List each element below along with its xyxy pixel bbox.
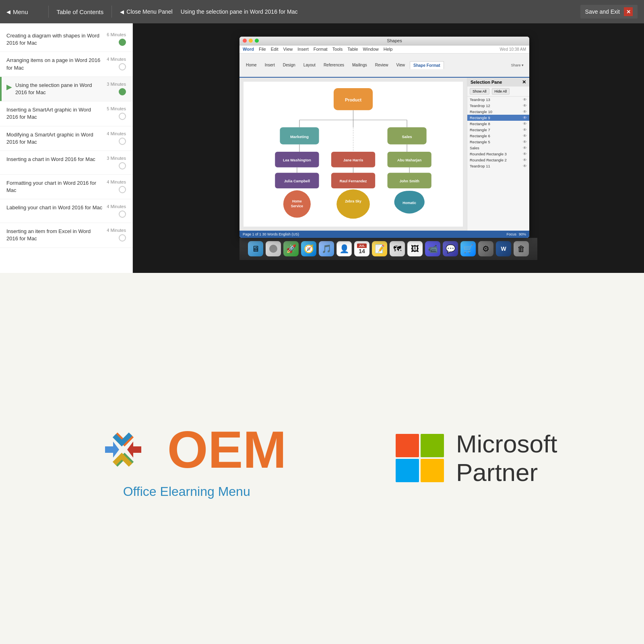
sidebar-item-format-chart[interactable]: Formatting your chart in Word 2016 for M… bbox=[0, 175, 132, 199]
lesson-title: Using the selection pane in Word 2016 fo… bbox=[181, 8, 580, 15]
sidebar-item-meta: 5 Minutes bbox=[107, 106, 126, 120]
doc-page: Product Mark bbox=[244, 82, 463, 227]
svg-marker-39 bbox=[112, 452, 132, 472]
tab-mailings[interactable]: Mailings bbox=[349, 61, 370, 69]
tab-references[interactable]: References bbox=[320, 61, 347, 69]
sp-item-rect7[interactable]: Rectangle 7 👁 bbox=[467, 127, 529, 133]
ms-square-red bbox=[396, 434, 419, 457]
dock-sysprefs-icon[interactable]: ⚙ bbox=[478, 241, 493, 256]
tab-view[interactable]: View bbox=[393, 61, 409, 69]
menu-button[interactable]: ◀ Menu bbox=[6, 8, 28, 15]
hide-all-button[interactable]: Hide All bbox=[492, 88, 510, 95]
sp-item-rect6[interactable]: Rectangle 6 👁 bbox=[467, 133, 529, 139]
sp-item-sales[interactable]: Sales 👁 bbox=[467, 145, 529, 151]
visibility-icon[interactable]: 👁 bbox=[523, 152, 527, 156]
dock-finder-icon[interactable]: 🖥 bbox=[248, 241, 263, 256]
visibility-icon[interactable]: 👁 bbox=[523, 109, 527, 114]
dock-photos-icon[interactable]: 🖼 bbox=[407, 241, 423, 256]
visibility-icon[interactable]: 👁 bbox=[523, 164, 527, 168]
save-exit-button[interactable]: Save and Exit ✕ bbox=[580, 5, 638, 19]
dock-maps-icon[interactable]: 🗺 bbox=[390, 241, 405, 256]
tab-layout[interactable]: Layout bbox=[300, 61, 319, 69]
visibility-icon[interactable]: 👁 bbox=[523, 140, 527, 144]
sidebar-item-smartart-modify[interactable]: Modifying a SmartArt graphic in Word 201… bbox=[0, 126, 132, 151]
sp-item-label: Rounded Rectangle 3 bbox=[470, 152, 507, 156]
sidebar-item-creating-diagram[interactable]: Creating a diagram with shapes in Word 2… bbox=[0, 27, 132, 52]
menu-format[interactable]: Format bbox=[314, 47, 328, 52]
visibility-icon[interactable]: 👁 bbox=[523, 116, 527, 120]
tab-design[interactable]: Design bbox=[280, 61, 299, 69]
sp-item-rounded3[interactable]: Rounded Rectangle 3 👁 bbox=[467, 151, 529, 157]
sp-item-rect10[interactable]: Rectangle 10 👁 bbox=[467, 109, 529, 115]
dock-contacts-icon[interactable]: 👤 bbox=[336, 241, 352, 256]
sidebar-item-label-chart[interactable]: Labeling your chart in Word 2016 for Mac… bbox=[0, 199, 132, 223]
dock-trash-icon[interactable]: 🗑 bbox=[514, 241, 529, 256]
menu-view[interactable]: View bbox=[283, 47, 293, 52]
sidebar-item-smartart-insert[interactable]: Inserting a SmartArt graphic in Word 201… bbox=[0, 101, 132, 126]
menu-tools[interactable]: Tools bbox=[332, 47, 343, 52]
visibility-icon[interactable]: 👁 bbox=[523, 97, 527, 102]
svg-text:Home: Home bbox=[292, 199, 302, 203]
close-x-icon[interactable]: ✕ bbox=[624, 7, 633, 16]
menu-help[interactable]: Help bbox=[384, 47, 393, 52]
focus-label: Focus bbox=[506, 232, 516, 236]
svg-point-35 bbox=[269, 245, 277, 253]
visibility-icon[interactable]: 👁 bbox=[523, 146, 527, 150]
show-all-button[interactable]: Show All bbox=[470, 88, 489, 95]
sp-item-teardrop12[interactable]: Teardrop 12 👁 bbox=[467, 103, 529, 109]
menu-insert[interactable]: Insert bbox=[297, 47, 309, 52]
visibility-icon[interactable]: 👁 bbox=[523, 158, 527, 162]
menu-file[interactable]: File bbox=[259, 47, 266, 52]
mac-dock: 🖥 🚀 🧭 🎵 👤 JUL14 📝 🗺 🖼 📹 💬 🛒 ⚙ W bbox=[239, 238, 537, 260]
dock-notes-icon[interactable]: 📝 bbox=[372, 241, 387, 256]
visibility-icon[interactable]: 👁 bbox=[523, 103, 527, 108]
svg-text:Jane Harris: Jane Harris bbox=[343, 158, 363, 162]
ms-microsoft-text: Microsoft bbox=[456, 429, 557, 458]
close-button-icon[interactable] bbox=[243, 39, 247, 43]
close-panel-button[interactable]: ◀ Close Menu Panel bbox=[120, 8, 172, 15]
visibility-icon[interactable]: 👁 bbox=[523, 122, 527, 126]
sidebar-item-insert-chart[interactable]: Inserting a chart in Word 2016 for Mac 3… bbox=[0, 151, 132, 175]
menu-window[interactable]: Window bbox=[363, 47, 379, 52]
minimize-button-icon[interactable] bbox=[249, 39, 253, 43]
visibility-icon[interactable]: 👁 bbox=[523, 128, 527, 132]
menu-edit[interactable]: Edit bbox=[271, 47, 279, 52]
sp-item-rounded2[interactable]: Rounded Rectangle 2 👁 bbox=[467, 157, 529, 163]
oem-logo-row: OEM bbox=[87, 417, 287, 482]
sp-item-rect5[interactable]: Rectangle 5 👁 bbox=[467, 139, 529, 145]
tab-shape-format[interactable]: Shape Format bbox=[410, 61, 444, 69]
sp-item-teardrop13[interactable]: Teardrop 13 👁 bbox=[467, 97, 529, 103]
dock-launchpad-icon[interactable] bbox=[266, 241, 281, 256]
dock-word-icon[interactable]: W bbox=[496, 241, 511, 256]
dock-rocket-icon[interactable]: 🚀 bbox=[283, 241, 299, 256]
sidebar-item-meta: 4 Minutes bbox=[107, 228, 126, 242]
sidebar-item-arranging[interactable]: Arranging items on a page in Word 2016 f… bbox=[0, 52, 132, 76]
dock-messages-icon[interactable]: 💬 bbox=[443, 241, 458, 256]
close-panel-arrow-icon: ◀ bbox=[120, 9, 124, 15]
svg-marker-40 bbox=[127, 442, 141, 458]
sidebar-item-meta: 4 Minutes bbox=[107, 131, 126, 145]
sp-item-rect8[interactable]: Rectangle 8 👁 bbox=[467, 121, 529, 127]
selection-pane-close-icon[interactable]: ✕ bbox=[522, 79, 526, 85]
sidebar-item-excel[interactable]: Inserting an item from Excel in Word 201… bbox=[0, 223, 132, 248]
menu-word[interactable]: Word bbox=[243, 47, 254, 52]
tab-home[interactable]: Home bbox=[243, 61, 260, 69]
dock-itunes-icon[interactable]: 🎵 bbox=[319, 241, 334, 256]
dock-facetime-icon[interactable]: 📹 bbox=[425, 241, 440, 256]
sidebar-item-meta: 6 Minutes bbox=[107, 32, 126, 46]
word-toolbar: Home Insert Design Layout References Mai… bbox=[239, 54, 529, 78]
sidebar-item-meta: 3 Minutes bbox=[107, 82, 126, 95]
maximize-button-icon[interactable] bbox=[255, 39, 259, 43]
sidebar-item-selection-pane[interactable]: ▶ Using the selection pane in Word 2016 … bbox=[0, 77, 132, 101]
tab-review[interactable]: Review bbox=[372, 61, 392, 69]
share-button[interactable]: Share ▾ bbox=[511, 63, 524, 67]
dock-calendar-icon[interactable]: JUL14 bbox=[354, 241, 369, 256]
dock-appstore-icon[interactable]: 🛒 bbox=[460, 241, 476, 256]
menu-table[interactable]: Table bbox=[347, 47, 358, 52]
sp-item-rect9-selected[interactable]: Rectangle 9 👁 bbox=[467, 115, 529, 121]
visibility-icon[interactable]: 👁 bbox=[523, 134, 527, 138]
dock-safari-icon[interactable]: 🧭 bbox=[301, 241, 316, 256]
svg-text:Zebra Sky: Zebra Sky bbox=[345, 199, 361, 203]
tab-insert[interactable]: Insert bbox=[262, 61, 278, 69]
sp-item-teardrop11[interactable]: Teardrop 11 👁 bbox=[467, 163, 529, 169]
